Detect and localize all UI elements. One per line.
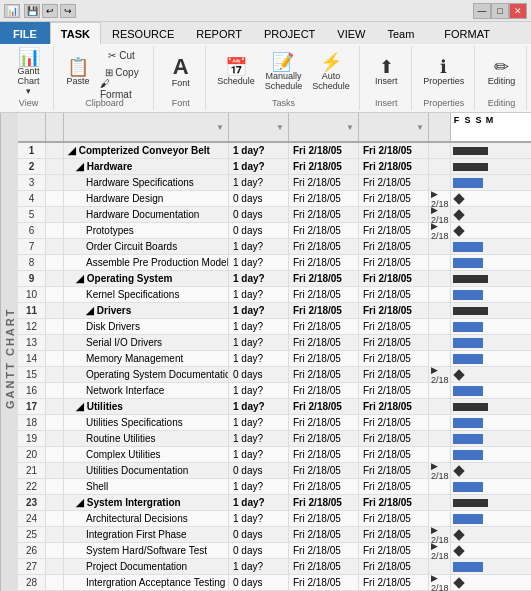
col-header-finish[interactable] bbox=[359, 113, 429, 141]
cell-task-name[interactable]: ◢ Hardware bbox=[64, 159, 229, 174]
cell-duration[interactable]: 1 day? bbox=[229, 175, 289, 190]
cell-checkbox[interactable] bbox=[46, 239, 64, 254]
cell-start[interactable]: Fri 2/18/05 bbox=[289, 367, 359, 382]
cell-start[interactable]: Fri 2/18/05 bbox=[289, 271, 359, 286]
cell-duration[interactable]: 1 day? bbox=[229, 303, 289, 318]
table-row[interactable]: 1 ◢ Compterized Conveyor Belt 1 day? Fri… bbox=[18, 143, 531, 159]
cell-start[interactable]: Fri 2/18/05 bbox=[289, 463, 359, 478]
redo-icon[interactable]: ↪ bbox=[60, 4, 76, 18]
cell-checkbox[interactable] bbox=[46, 367, 64, 382]
cell-checkbox[interactable] bbox=[46, 495, 64, 510]
cell-finish[interactable]: Fri 2/18/05 bbox=[359, 447, 429, 462]
table-row[interactable]: 24 Architectural Decisions 1 day? Fri 2/… bbox=[18, 511, 531, 527]
cell-duration[interactable]: 1 day? bbox=[229, 415, 289, 430]
cell-task-name[interactable]: ◢ Utilities bbox=[64, 399, 229, 414]
cell-duration[interactable]: 1 day? bbox=[229, 143, 289, 158]
tab-resource[interactable]: RESOURCE bbox=[101, 22, 185, 44]
cell-task-name[interactable]: Utilities Documentation bbox=[64, 463, 229, 478]
cell-start[interactable]: Fri 2/18/05 bbox=[289, 207, 359, 222]
cell-finish[interactable]: Fri 2/18/05 bbox=[359, 287, 429, 302]
col-header-task[interactable] bbox=[64, 113, 229, 141]
cut-button[interactable]: ✂ Cut bbox=[96, 47, 147, 63]
cell-checkbox[interactable] bbox=[46, 223, 64, 238]
cell-finish[interactable]: Fri 2/18/05 bbox=[359, 239, 429, 254]
cell-finish[interactable]: Fri 2/18/05 bbox=[359, 559, 429, 574]
table-row[interactable]: 17 ◢ Utilities 1 day? Fri 2/18/05 Fri 2/… bbox=[18, 399, 531, 415]
cell-task-name[interactable]: Hardware Documentation bbox=[64, 207, 229, 222]
cell-finish[interactable]: Fri 2/18/05 bbox=[359, 319, 429, 334]
table-row[interactable]: 5 Hardware Documentation 0 days Fri 2/18… bbox=[18, 207, 531, 223]
cell-task-name[interactable]: Utilities Specifications bbox=[64, 415, 229, 430]
cell-finish[interactable]: Fri 2/18/05 bbox=[359, 303, 429, 318]
cell-start[interactable]: Fri 2/18/05 bbox=[289, 175, 359, 190]
cell-duration[interactable]: 1 day? bbox=[229, 335, 289, 350]
cell-finish[interactable]: Fri 2/18/05 bbox=[359, 575, 429, 590]
cell-task-name[interactable]: ◢ Operating System bbox=[64, 271, 229, 286]
cell-finish[interactable]: Fri 2/18/05 bbox=[359, 383, 429, 398]
cell-finish[interactable]: Fri 2/18/05 bbox=[359, 479, 429, 494]
cell-duration[interactable]: 1 day? bbox=[229, 159, 289, 174]
minimize-button[interactable]: — bbox=[473, 3, 491, 19]
table-row[interactable]: 3 Hardware Specifications 1 day? Fri 2/1… bbox=[18, 175, 531, 191]
cell-start[interactable]: Fri 2/18/05 bbox=[289, 383, 359, 398]
cell-duration[interactable]: 1 day? bbox=[229, 239, 289, 254]
cell-checkbox[interactable] bbox=[46, 575, 64, 590]
cell-checkbox[interactable] bbox=[46, 287, 64, 302]
cell-start[interactable]: Fri 2/18/05 bbox=[289, 335, 359, 350]
cell-task-name[interactable]: ◢ System Intergration bbox=[64, 495, 229, 510]
cell-start[interactable]: Fri 2/18/05 bbox=[289, 287, 359, 302]
table-row[interactable]: 14 Memory Management 1 day? Fri 2/18/05 … bbox=[18, 351, 531, 367]
cell-task-name[interactable]: Serial I/O Drivers bbox=[64, 335, 229, 350]
cell-task-name[interactable]: Order Circuit Boards bbox=[64, 239, 229, 254]
cell-duration[interactable]: 1 day? bbox=[229, 559, 289, 574]
save-icon[interactable]: 💾 bbox=[24, 4, 40, 18]
cell-start[interactable]: Fri 2/18/05 bbox=[289, 495, 359, 510]
cell-duration[interactable]: 1 day? bbox=[229, 351, 289, 366]
tab-task[interactable]: TASK bbox=[50, 22, 101, 44]
close-button[interactable]: ✕ bbox=[509, 3, 527, 19]
cell-task-name[interactable]: System Hard/Software Test bbox=[64, 543, 229, 558]
auto-schedule-button[interactable]: ⚡ AutoSchedule bbox=[308, 46, 354, 98]
cell-start[interactable]: Fri 2/18/05 bbox=[289, 255, 359, 270]
cell-finish[interactable]: Fri 2/18/05 bbox=[359, 159, 429, 174]
cell-task-name[interactable]: Prototypes bbox=[64, 223, 229, 238]
schedule-button[interactable]: 📅 Schedule bbox=[213, 46, 259, 98]
cell-task-name[interactable]: Integration First Phase bbox=[64, 527, 229, 542]
cell-checkbox[interactable] bbox=[46, 399, 64, 414]
cell-task-name[interactable]: ◢ Compterized Conveyor Belt bbox=[64, 143, 229, 158]
cell-checkbox[interactable] bbox=[46, 255, 64, 270]
tab-team[interactable]: Team bbox=[376, 22, 425, 44]
cell-task-name[interactable]: Disk Drivers bbox=[64, 319, 229, 334]
cell-duration[interactable]: 1 day? bbox=[229, 271, 289, 286]
table-row[interactable]: 13 Serial I/O Drivers 1 day? Fri 2/18/05… bbox=[18, 335, 531, 351]
cell-checkbox[interactable] bbox=[46, 175, 64, 190]
cell-task-name[interactable]: Architectural Decisions bbox=[64, 511, 229, 526]
cell-finish[interactable]: Fri 2/18/05 bbox=[359, 415, 429, 430]
cell-start[interactable]: Fri 2/18/05 bbox=[289, 559, 359, 574]
cell-task-name[interactable]: Intergration Acceptance Testing bbox=[64, 575, 229, 590]
cell-start[interactable]: Fri 2/18/05 bbox=[289, 223, 359, 238]
cell-finish[interactable]: Fri 2/18/05 bbox=[359, 335, 429, 350]
cell-checkbox[interactable] bbox=[46, 447, 64, 462]
cell-finish[interactable]: Fri 2/18/05 bbox=[359, 351, 429, 366]
cell-task-name[interactable]: Hardware Specifications bbox=[64, 175, 229, 190]
cell-duration[interactable]: 0 days bbox=[229, 575, 289, 590]
cell-checkbox[interactable] bbox=[46, 431, 64, 446]
cell-start[interactable]: Fri 2/18/05 bbox=[289, 527, 359, 542]
table-row[interactable]: 18 Utilities Specifications 1 day? Fri 2… bbox=[18, 415, 531, 431]
table-row[interactable]: 28 Intergration Acceptance Testing 0 day… bbox=[18, 575, 531, 591]
tab-file[interactable]: FILE bbox=[0, 22, 50, 44]
cell-checkbox[interactable] bbox=[46, 527, 64, 542]
cell-checkbox[interactable] bbox=[46, 559, 64, 574]
cell-finish[interactable]: Fri 2/18/05 bbox=[359, 207, 429, 222]
cell-task-name[interactable]: Shell bbox=[64, 479, 229, 494]
cell-duration[interactable]: 1 day? bbox=[229, 431, 289, 446]
table-row[interactable]: 19 Routine Utilities 1 day? Fri 2/18/05 … bbox=[18, 431, 531, 447]
cell-finish[interactable]: Fri 2/18/05 bbox=[359, 463, 429, 478]
col-header-duration[interactable] bbox=[229, 113, 289, 141]
cell-duration[interactable]: 0 days bbox=[229, 463, 289, 478]
cell-start[interactable]: Fri 2/18/05 bbox=[289, 447, 359, 462]
cell-start[interactable]: Fri 2/18/05 bbox=[289, 319, 359, 334]
cell-finish[interactable]: Fri 2/18/05 bbox=[359, 495, 429, 510]
table-row[interactable]: 20 Complex Utilities 1 day? Fri 2/18/05 … bbox=[18, 447, 531, 463]
